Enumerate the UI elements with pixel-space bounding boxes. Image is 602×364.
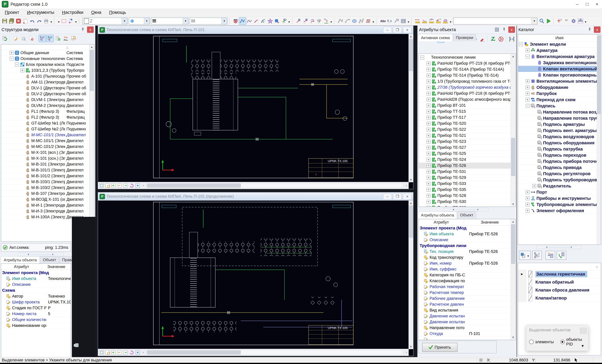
attr-row[interactable]: [419, 337, 511, 340]
tree-view2-icon[interactable]: [47, 35, 54, 42]
undo-icon[interactable]: [29, 18, 36, 24]
dropdown-icon[interactable]: ▼: [531, 18, 537, 24]
pin-icon[interactable]: [501, 27, 507, 33]
catalog-userlist-button[interactable]: [546, 251, 555, 260]
move-tool-icon[interactable]: [295, 18, 302, 24]
catalog-tree-row[interactable]: T1T2 Подпись трубопроводов: [518, 177, 597, 183]
model-tree-row[interactable]: − Блок прокалки коксаПодсисте: [1, 62, 89, 67]
attr-row[interactable]: Общее количество: [1, 317, 71, 323]
dim-angle-icon[interactable]: ОК: [435, 18, 442, 24]
expand-icon[interactable]: +: [427, 176, 430, 180]
collapse-icon[interactable]: −: [10, 57, 13, 61]
vertical-scrollbar[interactable]: ▲ ▼: [408, 201, 413, 349]
close-button[interactable]: ×: [592, 0, 602, 8]
child-window-2[interactable]: P Технологическая схема и схема КИПиА. П…: [98, 192, 413, 356]
run-icon[interactable]: [545, 18, 552, 24]
expand-icon[interactable]: +: [532, 184, 536, 188]
expand-icon[interactable]: +: [427, 140, 430, 144]
dim-chain-icon[interactable]: [421, 18, 428, 24]
model-tree-row[interactable]: М-В-101/1 (ЭлектромДвигател: [1, 167, 89, 173]
dropdown-icon[interactable]: ▼: [288, 18, 291, 24]
expand-icon[interactable]: +: [427, 110, 430, 114]
child-window-2-titlebar[interactable]: P Технологическая схема и схема КИПиА. П…: [98, 193, 413, 201]
catalog-tree-row[interactable]: − Вентиляционная арматура: [518, 54, 597, 60]
fit-page-icon[interactable]: [99, 350, 104, 355]
attr-row[interactable]: Категория по ПБ-С: [419, 272, 511, 278]
step-line-icon[interactable]: [253, 18, 260, 24]
expand-icon[interactable]: +: [526, 98, 529, 102]
search-combo[interactable]: ▼: [453, 18, 537, 24]
print-icon[interactable]: [43, 18, 50, 24]
expand-icon[interactable]: +: [10, 51, 13, 55]
attr-row[interactable]: Автор Ткаченко: [1, 293, 71, 299]
snap-zero-icon[interactable]: 0: [556, 18, 563, 24]
next-view-icon[interactable]: [123, 183, 129, 188]
dropdown-icon[interactable]: ▼: [221, 18, 227, 24]
catalog-tree-row[interactable]: + Элемент оформления: [518, 208, 597, 214]
accept-button[interactable]: Принять: [422, 343, 458, 352]
text-tool-icon[interactable]: Abc: [379, 18, 386, 24]
attr-group[interactable]: Трубопроводная лини: [419, 243, 511, 249]
model-tree-row[interactable]: − Основные технологическиеСистема: [1, 56, 89, 62]
model-tree-row[interactable]: М-В-107 (ЭлектромашДвигател: [1, 191, 89, 196]
window-list-icon[interactable]: [74, 343, 79, 348]
catalog-tree-row[interactable]: Клапан вентиляционный: [518, 66, 597, 72]
close-icon[interactable]: x: [594, 26, 601, 33]
catalog-tree-row[interactable]: T1T2 Направление потока трубопров: [518, 115, 597, 121]
splitter-collapse[interactable]: ▾ ·················· ▾: [537, 245, 582, 249]
vertical-scrollbar[interactable]: ▲ ▼: [408, 34, 413, 182]
dropdown-icon[interactable]: ▼: [330, 18, 333, 24]
model-tree-row[interactable]: GT-Шибер №2 (Лебе,Подъемно: [1, 126, 89, 132]
horizontal-scrollbar[interactable]: [147, 350, 403, 355]
z-order-icon[interactable]: [490, 36, 497, 43]
catalog-scrollbar[interactable]: [597, 35, 601, 245]
model-tree-row[interactable]: FL2 (Фильтр 3)Фильтрац: [1, 114, 89, 120]
scroll-down-icon[interactable]: ▼: [409, 177, 413, 182]
catalog-tree-row[interactable]: T1T2 Подпись патрубка: [518, 146, 597, 152]
catal og-name-col[interactable]: Имя: [518, 35, 601, 41]
scheme-object-row[interactable]: + Прибор ТЕ-531: [419, 169, 511, 175]
restore-icon[interactable]: [494, 27, 500, 33]
catalog-tree-row[interactable]: T1T2 Подпись воздуховодов: [518, 134, 597, 140]
refresh-model-icon[interactable]: [1, 35, 8, 42]
catalog-tree-row[interactable]: + НАОТ Переход для схем: [518, 97, 597, 103]
refresh-view-icon[interactable]: [129, 350, 134, 355]
close-icon[interactable]: x: [87, 26, 94, 33]
scheme-object-row[interactable]: + Прибор ТЕ-525: [419, 151, 511, 157]
model-tree-scrollbar[interactable]: ▲ ▼: [89, 44, 94, 241]
scheme-object-row[interactable]: + Прибор ТЕ-528: [419, 193, 511, 199]
model-tree-row[interactable]: М-Х-101 (всп.) (ЭлектДвигател: [1, 150, 89, 155]
callout-tool-icon[interactable]: ПМ: [393, 18, 400, 24]
model-tree-row[interactable]: + 103/1,2,3 (ТрубопровТрубопро: [1, 67, 89, 73]
menu-item[interactable]: Настройки: [58, 10, 87, 15]
menu-item[interactable]: Проект: [1, 10, 23, 15]
grid-toggle-icon[interactable]: [477, 357, 485, 363]
attr-row[interactable]: Код транспортиру: [419, 255, 511, 260]
scheme-object-row[interactable]: + Прибор ТТ-515: [419, 108, 511, 115]
expand-icon[interactable]: +: [526, 48, 529, 52]
expand-icon[interactable]: +: [526, 196, 529, 200]
attr-row[interactable]: {} Тех. позиция Прибор ТЕ-526: [419, 249, 511, 255]
close-icon[interactable]: x: [508, 26, 515, 33]
ellipse-tool-icon[interactable]: [351, 18, 358, 24]
catalog-tree-row[interactable]: T1T2 Подпись переходов: [518, 152, 597, 158]
star-tool-icon[interactable]: [267, 18, 274, 24]
minimize-button[interactable]: –: [572, 0, 582, 8]
find-100-icon[interactable]: 100: [70, 35, 77, 42]
expand-icon[interactable]: +: [427, 158, 430, 162]
dropdown-icon[interactable]: ▼: [449, 18, 452, 24]
arc-tool-icon[interactable]: [260, 18, 267, 24]
value-col-header[interactable]: Значение: [42, 264, 71, 270]
attr-row[interactable]: Давление испытан: [419, 319, 511, 325]
scheme-object-row[interactable]: + PasHold28 (Подсос атмосферного воздуха…: [419, 96, 511, 103]
expand-icon[interactable]: +: [427, 188, 430, 192]
tree-view-icon[interactable]: [39, 35, 46, 42]
table-tool-icon[interactable]: [400, 18, 407, 24]
scheme-object-row[interactable]: + Прибор ТЕ-514А (Прибор ТЕ-514А): [419, 66, 511, 73]
scheme-object-row[interactable]: + Прибор ТЕ-526: [419, 163, 511, 169]
catalog-tree-row[interactable]: + Арматура: [518, 47, 597, 54]
dim-radius-icon[interactable]: R: [428, 18, 435, 24]
attr-col-header[interactable]: Атрибут: [1, 265, 42, 269]
marquee-select-icon[interactable]: [60, 18, 67, 24]
attr-row[interactable]: Имя, суффикс: [419, 266, 511, 272]
